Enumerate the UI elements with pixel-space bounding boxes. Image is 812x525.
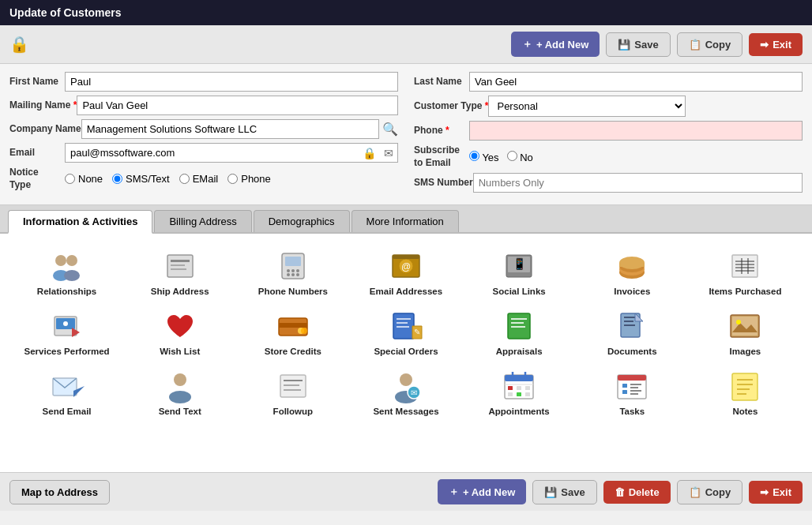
svg-rect-55 [624,321,633,322]
subscribe-no-radio[interactable] [507,151,517,161]
icon-item-email-addresses[interactable]: @ Email Addresses [351,246,461,299]
add-new-button-top[interactable]: ＋ + Add New [511,32,600,57]
notice-phone[interactable]: Phone [227,173,271,185]
items-purchased-label: Items Purchased [709,287,781,296]
icon-item-relationships[interactable]: Relationships [12,246,122,299]
notice-type-label: NoticeType [9,167,65,191]
svg-rect-51 [511,322,524,324]
save-button-top[interactable]: 💾 Save [606,32,670,57]
svg-rect-5 [171,260,190,262]
icon-item-send-text[interactable]: Send Text [125,366,235,419]
tab-more[interactable]: More Information [351,210,459,232]
icon-item-notes[interactable]: Notes [690,366,800,419]
icon-item-services-performed[interactable]: Services Performed [12,306,122,359]
company-name-input[interactable] [81,119,379,139]
email-input[interactable] [66,144,359,162]
svg-point-38 [63,321,68,326]
delete-button-bottom[interactable]: 🗑 Delete [603,481,671,504]
svg-rect-93 [732,373,757,400]
email-icon: 🔒 [359,147,380,159]
email-row: Email 🔒 ✉ [9,143,398,163]
search-icon[interactable]: 🔍 [382,122,398,137]
tab-info[interactable]: Information & Activities [8,210,152,234]
icon-item-ship-address[interactable]: Ship Address [125,246,235,299]
add-new-icon-top: ＋ [522,37,532,51]
email-send-icon[interactable]: ✉ [380,147,397,159]
add-new-icon-bottom: ＋ [449,485,459,499]
store-credits-label: Store Credits [265,347,321,356]
svg-point-0 [55,255,66,266]
email-addresses-icon: @ [389,249,423,283]
notice-none-radio[interactable] [65,174,75,184]
icon-item-store-credits[interactable]: Store Credits [238,306,348,359]
documents-label: Documents [607,347,657,356]
appointments-label: Appointments [488,407,549,416]
svg-point-3 [64,270,80,281]
map-to-address-button[interactable]: Map to Address [9,480,110,504]
first-name-input[interactable] [65,72,398,92]
icon-item-tasks[interactable]: Tasks [577,366,687,419]
last-name-label: Last Name [414,76,469,88]
notice-email-radio[interactable] [179,174,190,184]
tab-billing[interactable]: Billing Address [154,210,251,232]
followup-icon [276,369,310,403]
copy-button-bottom[interactable]: 📋 Copy [677,480,743,504]
last-name-row: Last Name [414,72,803,92]
add-new-button-bottom[interactable]: ＋ + Add New [438,479,526,504]
sms-input[interactable] [473,173,803,193]
svg-text:✉: ✉ [411,388,417,397]
tasks-icon [615,369,649,403]
icon-item-appraisals[interactable]: Appraisals [464,306,574,359]
first-name-label: First Name [9,76,65,88]
svg-rect-19 [393,255,419,259]
notice-phone-radio[interactable] [227,174,238,184]
subscribe-yes[interactable]: Yes [469,151,499,163]
svg-rect-91 [630,390,641,392]
icon-item-images[interactable]: Images [690,306,800,359]
svg-point-61 [736,320,741,324]
icon-item-appointments[interactable]: Appointments [464,366,574,419]
svg-rect-44 [397,318,411,320]
icon-item-sent-messages[interactable]: ✉ Sent Messages [351,366,461,419]
subscribe-no[interactable]: No [507,151,533,163]
phone-input[interactable] [469,121,803,141]
svg-rect-6 [171,264,185,266]
exit-button-top[interactable]: ➡ Exit [749,33,803,56]
delete-icon-bottom: 🗑 [615,486,625,498]
icon-item-invoices[interactable]: Invoices [577,246,687,299]
form-left-col: First Name Mailing Name * Company Name 🔍 [9,72,398,197]
svg-rect-69 [284,389,301,391]
icon-item-phone-numbers[interactable]: Phone Numbers [238,246,348,299]
icon-item-followup[interactable]: Followup [238,366,348,419]
notice-options: None SMS/Text EMail Phone [65,173,271,185]
notice-email[interactable]: EMail [179,173,219,185]
mailing-name-input[interactable] [77,96,398,115]
form-right-col: Last Name Customer Type * Personal Busin… [414,72,803,197]
icon-item-items-purchased[interactable]: Items Purchased [690,246,800,299]
customer-type-select[interactable]: Personal Business Other [488,96,686,117]
copy-button-top[interactable]: 📋 Copy [677,32,743,57]
images-label: Images [730,347,761,356]
save-icon-top: 💾 [618,39,630,51]
notes-label: Notes [732,407,757,416]
email-addresses-label: Email Addresses [370,287,442,296]
svg-rect-52 [511,326,525,328]
svg-point-13 [287,273,290,276]
icon-item-send-email[interactable]: Send Email [12,366,122,419]
icon-item-social-links[interactable]: 📱 Social Links [464,246,574,299]
tab-demographics[interactable]: Demographics [254,210,350,232]
svg-rect-45 [397,322,408,324]
notice-sms-radio[interactable] [112,174,122,184]
items-purchased-icon [727,249,762,283]
save-button-bottom[interactable]: 💾 Save [532,480,596,504]
icon-item-special-orders[interactable]: ✎ Special Orders [351,306,461,359]
notice-none[interactable]: None [65,173,103,185]
notice-sms[interactable]: SMS/Text [112,173,170,185]
icon-item-wish-list[interactable]: Wish List [125,306,235,359]
services-performed-label: Services Performed [24,347,110,356]
content-area: Relationships Ship Address Phone Numbers… [0,234,812,472]
subscribe-yes-radio[interactable] [469,151,479,161]
icon-item-documents[interactable]: Documents [577,306,687,359]
exit-button-bottom[interactable]: ➡ Exit [749,481,803,504]
last-name-input[interactable] [469,72,803,92]
